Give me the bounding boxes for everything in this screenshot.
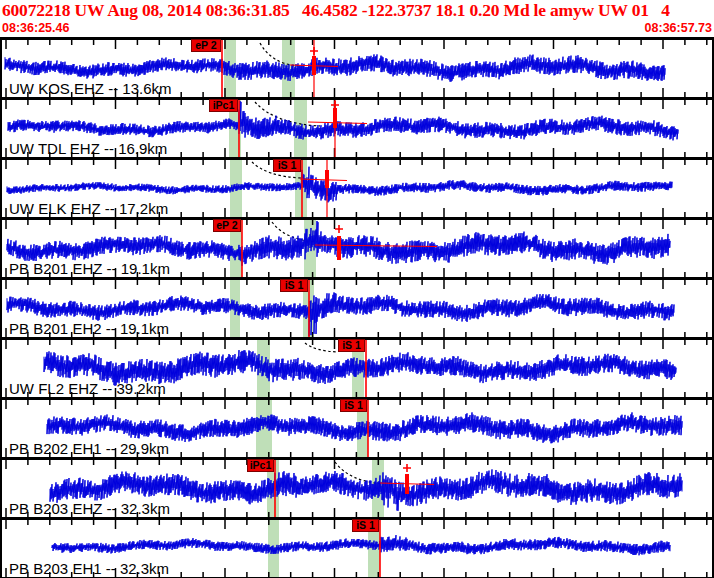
seismogram-trace [7, 167, 672, 203]
trace-panel-3[interactable]: iS 1UW ELK EHZ -- 17.2km [2, 157, 712, 217]
window-end-time: 08:36:57.73 [645, 21, 712, 35]
station-channel-label: PB B202 EH1 -- 29.9km [9, 440, 169, 457]
trace-panel-7[interactable]: iS 1PB B202 EH1 -- 29.9km [2, 397, 712, 457]
window-start-time: 08:36:25.46 [2, 21, 69, 35]
pick-flag[interactable]: iS 1 [280, 279, 308, 292]
trace-panel-9[interactable]: iS 1PB B203 EH1 -- 32.3km [2, 517, 712, 577]
trace-panel-8[interactable]: iPc1PB B203 EHZ -- 32.3km [2, 457, 712, 517]
trace-panels-container: eP 2UW KOS EHZ -- 13.6kmiPc1UW TDL EHZ -… [0, 37, 714, 578]
pick-flag[interactable]: iPc1 [247, 459, 274, 472]
pick-flag[interactable]: iS 1 [352, 519, 379, 532]
seismogram-trace [5, 54, 665, 81]
pick-flag[interactable]: eP 2 [213, 219, 241, 232]
pick-flag[interactable]: iPc1 [209, 99, 238, 112]
travel-time-curve [305, 343, 338, 352]
seismogram-trace [8, 101, 678, 140]
station-channel-label: PB B203 EH1 -- 32.3km [9, 560, 169, 577]
station-channel-label: UW FL2 EHZ -- 39.2km [9, 380, 166, 397]
trace-panel-5[interactable]: iS 1PB B201 EH2 -- 19.1km [2, 277, 712, 337]
trace-panel-4[interactable]: eP 2PB B201 EHZ -- 19.1km [2, 217, 712, 277]
pick-flag[interactable]: iS 1 [340, 399, 367, 412]
station-channel-label: UW TDL EHZ -- 16.9km [9, 140, 167, 157]
trace-panel-2[interactable]: iPc1UW TDL EHZ -- 16.9km [2, 97, 712, 157]
trace-panel-1[interactable]: eP 2UW KOS EHZ -- 13.6km [2, 37, 712, 97]
station-channel-label: PB B201 EH2 -- 19.1km [9, 320, 169, 337]
seismogram-trace [52, 535, 670, 555]
pick-flag[interactable]: iS 1 [273, 159, 301, 172]
station-channel-label: PB B203 EHZ -- 32.3km [9, 500, 170, 517]
pick-flag[interactable]: iS 1 [338, 339, 365, 352]
pick-flag[interactable]: eP 2 [191, 39, 221, 52]
trace-panel-6[interactable]: iS 1UW FL2 EHZ -- 39.2km [2, 337, 712, 397]
station-channel-label: PB B201 EHZ -- 19.1km [9, 260, 170, 277]
event-header-title: 60072218 UW Aug 08, 2014 08:36:31.85 46.… [2, 0, 670, 21]
station-channel-label: UW ELK EHZ -- 17.2km [9, 200, 168, 217]
station-channel-label: UW KOS EHZ -- 13.6km [9, 80, 172, 97]
